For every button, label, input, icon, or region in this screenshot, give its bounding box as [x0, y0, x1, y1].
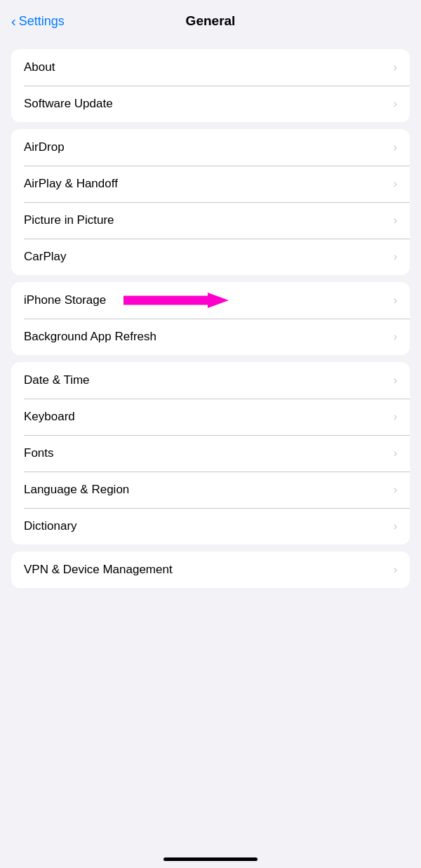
chevron-icon-airdrop: ›	[394, 141, 397, 154]
settings-row-keyboard[interactable]: Keyboard ›	[11, 399, 410, 435]
settings-row-about[interactable]: About ›	[11, 49, 410, 86]
chevron-icon-dictionary: ›	[394, 520, 397, 533]
row-label-iphone-storage: iPhone Storage	[24, 293, 106, 307]
settings-row-background-app-refresh[interactable]: Background App Refresh ›	[11, 319, 410, 355]
row-label-dictionary: Dictionary	[24, 519, 77, 533]
row-label-keyboard: Keyboard	[24, 410, 75, 424]
row-label-about: About	[24, 60, 55, 74]
arrow-body	[123, 293, 229, 308]
annotation-arrow	[123, 293, 229, 308]
settings-row-language-region[interactable]: Language & Region ›	[11, 472, 410, 508]
navigation-bar: ‹ Settings General	[0, 0, 421, 42]
chevron-icon-airplay-handoff: ›	[394, 178, 397, 190]
chevron-icon-about: ›	[394, 61, 397, 74]
row-label-carplay: CarPlay	[24, 250, 66, 264]
settings-group-5: VPN & Device Management ›	[11, 552, 410, 588]
home-indicator	[163, 857, 258, 861]
settings-row-fonts[interactable]: Fonts ›	[11, 435, 410, 472]
row-label-picture-in-picture: Picture in Picture	[24, 213, 114, 227]
settings-content: About › Software Update › AirDrop › AirP…	[0, 49, 421, 588]
settings-row-date-time[interactable]: Date & Time ›	[11, 362, 410, 399]
chevron-icon-fonts: ›	[394, 447, 397, 460]
settings-row-airdrop[interactable]: AirDrop ›	[11, 129, 410, 166]
settings-row-vpn-device-management[interactable]: VPN & Device Management ›	[11, 552, 410, 588]
chevron-icon-keyboard: ›	[394, 410, 397, 423]
chevron-icon-software-update: ›	[394, 98, 397, 110]
row-label-airdrop: AirDrop	[24, 140, 65, 154]
chevron-icon-background-app-refresh: ›	[394, 330, 397, 343]
row-label-software-update: Software Update	[24, 97, 113, 111]
chevron-icon-carplay: ›	[394, 251, 397, 263]
row-label-language-region: Language & Region	[24, 483, 129, 497]
settings-group-2: AirDrop › AirPlay & Handoff › Picture in…	[11, 129, 410, 275]
chevron-icon-vpn-device-management: ›	[394, 563, 397, 576]
settings-row-dictionary[interactable]: Dictionary ›	[11, 508, 410, 545]
page-title: General	[186, 13, 236, 29]
chevron-icon-language-region: ›	[394, 483, 397, 496]
chevron-icon-date-time: ›	[394, 374, 397, 387]
row-label-airplay-handoff: AirPlay & Handoff	[24, 177, 118, 191]
row-label-vpn-device-management: VPN & Device Management	[24, 563, 173, 577]
settings-row-picture-in-picture[interactable]: Picture in Picture ›	[11, 202, 410, 239]
settings-group-1: About › Software Update ›	[11, 49, 410, 122]
settings-group-4: Date & Time › Keyboard › Fonts › Languag…	[11, 362, 410, 545]
back-chevron-icon: ‹	[11, 14, 16, 28]
back-button[interactable]: ‹ Settings	[11, 14, 65, 29]
settings-row-iphone-storage[interactable]: iPhone Storage ›	[11, 282, 410, 319]
settings-group-3: iPhone Storage › Background App Refresh …	[11, 282, 410, 355]
settings-row-airplay-handoff[interactable]: AirPlay & Handoff ›	[11, 166, 410, 202]
row-label-date-time: Date & Time	[24, 373, 90, 387]
settings-row-software-update[interactable]: Software Update ›	[11, 86, 410, 122]
back-label: Settings	[19, 14, 65, 29]
row-label-background-app-refresh: Background App Refresh	[24, 330, 156, 344]
chevron-icon-picture-in-picture: ›	[394, 214, 397, 227]
settings-row-carplay[interactable]: CarPlay ›	[11, 239, 410, 275]
row-label-fonts: Fonts	[24, 446, 54, 460]
chevron-icon-iphone-storage: ›	[394, 294, 397, 307]
